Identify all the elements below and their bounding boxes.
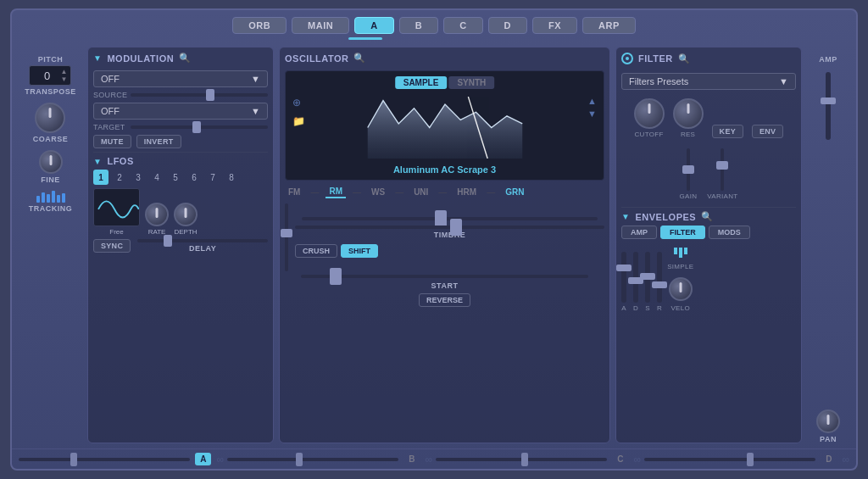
- shift-button[interactable]: SHIFT: [341, 244, 378, 258]
- mode-fm[interactable]: FM: [285, 187, 303, 198]
- pitch-panel: PITCH 0 ▲ ▼ TRANSPOSE COARSE FINE: [19, 47, 82, 443]
- env-magnify-icon[interactable]: 🔍: [701, 211, 714, 222]
- env-fader-a: A: [621, 252, 626, 312]
- env-s-slider[interactable]: [645, 252, 650, 303]
- lfo-num-1[interactable]: 1: [93, 170, 108, 185]
- timbre-slider[interactable]: [295, 226, 604, 229]
- bottom-link-icon-a[interactable]: ∞: [216, 454, 224, 465]
- filter-power-button[interactable]: [621, 53, 633, 64]
- mode-rm[interactable]: RM: [326, 186, 346, 198]
- env-tab-mods[interactable]: MODS: [709, 226, 750, 239]
- simple-label: SIMPLE: [667, 263, 693, 270]
- transpose-input[interactable]: 0 ▲ ▼: [29, 65, 71, 86]
- filter-presets-dropdown[interactable]: Filters Presets ▼: [621, 73, 796, 90]
- source-slider[interactable]: [131, 93, 268, 97]
- nav-tab-arp[interactable]: ARP: [582, 17, 636, 34]
- env-collapse-arrow[interactable]: ▼: [621, 212, 630, 221]
- osc-tab-synth[interactable]: SYNTH: [448, 76, 494, 89]
- bottom-label-b[interactable]: B: [403, 453, 420, 465]
- osc-zoom-icon[interactable]: ⊕: [292, 97, 305, 109]
- lfo-num-2[interactable]: 2: [112, 170, 127, 185]
- lfo-num-6[interactable]: 6: [186, 170, 202, 185]
- timbre-row: TIMBRE: [295, 226, 604, 239]
- bottom-link-icon-d[interactable]: ∞: [842, 454, 849, 465]
- target-dropdown[interactable]: OFF ▼: [93, 103, 268, 120]
- lfo-num-7[interactable]: 7: [205, 170, 220, 185]
- lfo-depth-knob[interactable]: [174, 203, 198, 226]
- pan-knob[interactable]: [816, 409, 840, 433]
- bottom-link-icon-c[interactable]: ∞: [633, 454, 641, 465]
- lfo-rate-knob[interactable]: [145, 203, 169, 226]
- fine-knob-group: FINE: [39, 150, 63, 184]
- mode-grn[interactable]: GRN: [502, 187, 527, 198]
- mod-magnify-icon[interactable]: 🔍: [179, 53, 192, 64]
- cutoff-knob[interactable]: [634, 98, 665, 129]
- variant-label: VARIANT: [707, 192, 737, 200]
- osc-center-controls: TIMBRE CRUSH SHIFT: [295, 217, 604, 258]
- env-r-slider[interactable]: [657, 252, 662, 303]
- lfo-num-3[interactable]: 3: [131, 170, 146, 185]
- gain-slider[interactable]: [687, 148, 690, 191]
- env-tab-filter[interactable]: FILTER: [660, 226, 705, 239]
- lfo-num-4[interactable]: 4: [149, 170, 164, 185]
- amp-panel: AMP PAN: [807, 47, 849, 443]
- osc-down-arrow[interactable]: ▼: [587, 109, 597, 119]
- nav-tab-a[interactable]: A: [354, 17, 393, 34]
- mode-hrm[interactable]: HRM: [453, 187, 480, 198]
- bottom-slot-b: B ∞: [227, 453, 432, 465]
- env-faders-row: A D S: [621, 244, 662, 312]
- nav-tab-orb[interactable]: ORB: [232, 17, 287, 34]
- lfo-num-5[interactable]: 5: [168, 170, 183, 185]
- fine-knob[interactable]: [39, 150, 63, 174]
- lfo-display-group: Free: [93, 188, 140, 236]
- bottom-label-c[interactable]: C: [612, 453, 628, 465]
- delay-slider[interactable]: [137, 239, 268, 242]
- bottom-slider-b[interactable]: [227, 458, 398, 461]
- bottom-slider-c[interactable]: [436, 458, 607, 461]
- spinner-arrows[interactable]: ▲ ▼: [61, 68, 68, 83]
- osc-magnify-icon[interactable]: 🔍: [353, 53, 366, 64]
- bottom-label-d[interactable]: D: [821, 453, 837, 465]
- bottom-label-a[interactable]: A: [195, 453, 211, 465]
- nav-tab-fx[interactable]: FX: [532, 17, 577, 34]
- target-slider[interactable]: [131, 125, 268, 129]
- mode-ws[interactable]: WS: [368, 187, 388, 198]
- crush-shift-row: CRUSH SHIFT: [295, 244, 604, 258]
- env-d-slider[interactable]: [633, 252, 638, 303]
- nav-tab-d[interactable]: D: [488, 17, 527, 34]
- key-button[interactable]: KEY: [712, 125, 743, 138]
- lfo-num-8[interactable]: 8: [224, 170, 239, 185]
- target-label: TARGET: [93, 123, 125, 131]
- invert-button[interactable]: INVERT: [136, 135, 181, 148]
- nav-tab-main[interactable]: MAIN: [292, 17, 349, 34]
- osc-folder-icon[interactable]: 📁: [292, 115, 305, 127]
- start-slider[interactable]: [301, 275, 588, 278]
- velo-knob[interactable]: [669, 277, 693, 301]
- source-dropdown[interactable]: OFF ▼: [93, 70, 268, 87]
- crush-button[interactable]: CRUSH: [295, 244, 337, 258]
- res-knob[interactable]: [673, 98, 704, 129]
- variant-slider[interactable]: [721, 148, 724, 191]
- amp-label: AMP: [819, 55, 837, 64]
- filter-magnify-icon[interactable]: 🔍: [678, 53, 691, 64]
- env-button[interactable]: ENV: [752, 125, 783, 138]
- amp-fader[interactable]: [826, 72, 831, 140]
- reverse-button[interactable]: REVERSE: [419, 293, 470, 307]
- env-a-slider[interactable]: [621, 252, 626, 303]
- lfo-collapse-arrow[interactable]: ▼: [93, 157, 102, 166]
- mode-uni[interactable]: UNI: [410, 187, 431, 198]
- mute-button[interactable]: MUTE: [93, 135, 131, 148]
- bottom-link-icon-b[interactable]: ∞: [425, 454, 432, 465]
- mod-collapse-arrow[interactable]: ▼: [93, 53, 102, 63]
- bottom-slider-a[interactable]: [19, 458, 190, 461]
- osc-tab-sample[interactable]: SAMPLE: [395, 76, 448, 89]
- coarse-knob[interactable]: [35, 103, 65, 133]
- env-tab-amp[interactable]: AMP: [621, 226, 657, 239]
- nav-tab-b[interactable]: B: [399, 17, 438, 34]
- osc-up-arrow[interactable]: ▲: [587, 97, 597, 106]
- osc-level-slider[interactable]: [285, 203, 288, 271]
- bottom-slider-d[interactable]: [644, 458, 815, 461]
- sync-button[interactable]: SYNC: [93, 239, 131, 253]
- osc-title: OSCILLATOR: [285, 53, 348, 64]
- nav-tab-c[interactable]: C: [443, 17, 482, 34]
